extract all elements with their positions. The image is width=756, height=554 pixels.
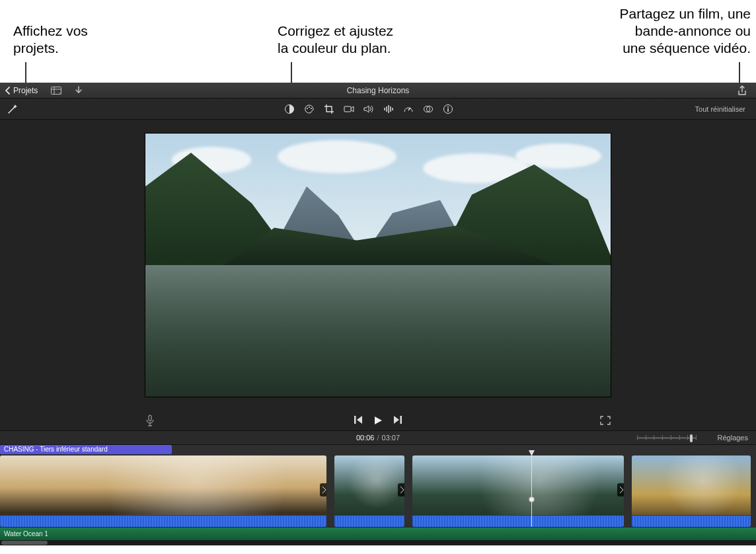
expand-icon — [600, 416, 611, 425]
color-balance-button[interactable] — [284, 104, 295, 114]
info-button[interactable] — [443, 104, 453, 114]
settings-button[interactable]: Réglages — [718, 434, 748, 442]
info-icon — [443, 104, 453, 114]
title-track: CHASING - Tiers inférieur standard — [0, 445, 756, 454]
topbar: Projets Chasing Horizons — [0, 83, 756, 99]
import-button[interactable] — [72, 83, 85, 98]
timeline-scrollbar[interactable] — [0, 540, 756, 545]
svg-point-5 — [309, 106, 310, 108]
skip-forward-icon — [393, 415, 403, 424]
media-library-button[interactable] — [50, 83, 63, 98]
half-circle-icon — [284, 104, 295, 114]
video-clip[interactable] — [0, 455, 326, 527]
overlap-circles-icon — [423, 104, 434, 114]
noise-reduction-button[interactable] — [383, 104, 394, 114]
skip-back-icon — [353, 415, 363, 424]
video-clip[interactable] — [632, 455, 751, 527]
project-title: Chasing Horizons — [0, 86, 756, 95]
projects-back-button[interactable]: Projets — [0, 83, 43, 98]
timecode-total: 03:07 — [382, 434, 400, 442]
prev-button[interactable] — [353, 415, 363, 426]
app-window: Projets Chasing Horizons — [0, 83, 756, 545]
callout-share: Partagez un film, une bande-annonce ou u… — [546, 5, 751, 57]
callout-line — [25, 62, 26, 83]
speaker-icon — [363, 104, 374, 114]
crop-icon — [324, 104, 334, 114]
transport-bar — [0, 411, 756, 430]
svg-point-17 — [447, 106, 449, 108]
palette-icon — [304, 104, 315, 114]
adjust-tools — [284, 104, 453, 114]
zoom-slider[interactable] — [637, 435, 697, 440]
transition-icon[interactable] — [617, 483, 624, 496]
projects-label: Projets — [13, 86, 38, 95]
video-clip[interactable] — [334, 455, 404, 527]
preview-viewer[interactable] — [145, 133, 611, 397]
chevron-left-icon — [5, 87, 11, 95]
svg-point-4 — [307, 108, 308, 109]
transition-icon[interactable] — [398, 483, 404, 496]
play-button[interactable] — [373, 415, 383, 426]
playhead[interactable] — [531, 454, 532, 527]
adjust-bar: Tout réinitialiser — [0, 99, 756, 120]
volume-button[interactable] — [363, 104, 374, 114]
svg-point-6 — [311, 108, 312, 109]
color-correction-button[interactable] — [304, 104, 315, 114]
timecode-sep: / — [377, 434, 379, 442]
timeline[interactable]: CHASING - Tiers inférieur standard — [0, 445, 756, 545]
fullscreen-button[interactable] — [600, 416, 611, 425]
play-icon — [373, 415, 383, 426]
svg-rect-7 — [344, 106, 351, 112]
playback-controls — [0, 415, 756, 426]
next-button[interactable] — [393, 415, 403, 426]
equalizer-icon — [383, 104, 394, 114]
callout-color: Corrigez et ajustez la couleur du plan. — [278, 22, 436, 57]
callout-line — [739, 62, 740, 83]
speedometer-icon — [403, 104, 414, 114]
share-button[interactable] — [728, 85, 756, 96]
audio-clip[interactable]: Water Ocean 1 — [0, 527, 756, 540]
callout-projects: Affichez vos projets. — [13, 22, 126, 57]
svg-rect-20 — [354, 416, 356, 424]
timecode-row: 00:06 / 03:07 Réglages — [0, 430, 756, 445]
crop-button[interactable] — [324, 104, 334, 114]
share-icon — [737, 85, 747, 96]
speed-button[interactable] — [403, 104, 414, 114]
video-clip[interactable] — [412, 455, 624, 527]
svg-rect-21 — [400, 416, 402, 424]
reset-all-button[interactable]: Tout réinitialiser — [695, 105, 756, 113]
timecode-current: 00:06 — [356, 434, 375, 442]
stabilization-button[interactable] — [344, 104, 354, 114]
transition-icon[interactable] — [320, 483, 326, 496]
viewer-area — [0, 120, 756, 411]
video-track — [0, 454, 756, 527]
magic-wand-button[interactable] — [0, 99, 19, 119]
camera-icon — [344, 104, 354, 114]
title-clip[interactable]: CHASING - Tiers inférieur standard — [0, 445, 172, 454]
clip-filter-button[interactable] — [423, 104, 434, 114]
